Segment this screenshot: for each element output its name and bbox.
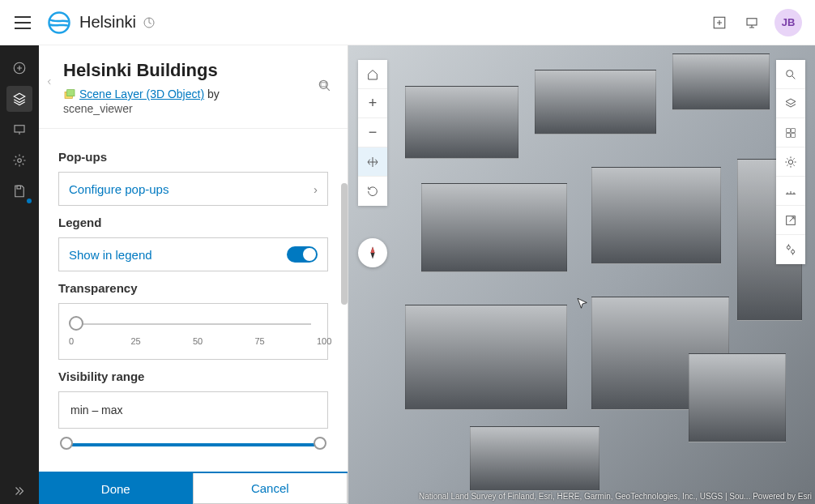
- cursor-icon: [575, 297, 590, 311]
- app-logo: [47, 11, 71, 35]
- configure-popups-label: Configure pop-ups: [69, 182, 169, 196]
- layer-owner: scene_viewer: [63, 102, 328, 115]
- svg-point-20: [792, 250, 795, 254]
- rail-save[interactable]: [6, 178, 32, 204]
- visibility-range-input[interactable]: min – max: [58, 391, 328, 429]
- app-title: Helsinki: [79, 13, 136, 32]
- share-icon[interactable]: [143, 16, 156, 29]
- home-button[interactable]: [358, 60, 387, 89]
- legend-section-label: Legend: [58, 216, 328, 229]
- map-attribution: National Land Survey of Finland, Esri, H…: [419, 492, 812, 501]
- rail-layers[interactable]: [6, 86, 32, 112]
- svg-rect-3: [747, 18, 757, 24]
- basemap-button[interactable]: [776, 118, 805, 147]
- rail-present[interactable]: [6, 117, 32, 143]
- svg-rect-16: [792, 133, 796, 137]
- collapse-panel-button[interactable]: [42, 75, 57, 89]
- right-toolbar: [776, 60, 805, 264]
- visibility-min-thumb[interactable]: [60, 437, 73, 450]
- unsaved-indicator: [27, 199, 32, 203]
- svg-rect-5: [15, 126, 24, 132]
- panel-footer: Done Cancel: [39, 472, 348, 504]
- user-avatar[interactable]: JB: [774, 9, 802, 36]
- visibility-range-text: min – max: [70, 404, 123, 416]
- popups-section-label: Pop-ups: [58, 150, 328, 164]
- transparency-section-label: Transparency: [58, 281, 328, 295]
- tick-0: 0: [69, 336, 70, 346]
- tick-25: 25: [131, 336, 132, 346]
- cancel-button[interactable]: Cancel: [193, 473, 348, 504]
- pan-button[interactable]: [358, 147, 387, 177]
- svg-point-0: [49, 12, 70, 32]
- add-button[interactable]: [703, 6, 736, 39]
- show-in-legend-label: Show in legend: [69, 248, 152, 262]
- visibility-section-label: Visibility range: [58, 369, 328, 383]
- present-button[interactable]: [736, 6, 768, 39]
- svg-point-12: [787, 70, 793, 76]
- zoom-to-layer-button[interactable]: [317, 78, 333, 97]
- tick-75: 75: [255, 336, 256, 346]
- visibility-range-slider[interactable]: [65, 435, 322, 455]
- svg-rect-13: [787, 128, 791, 132]
- layer-panel: Helsinki Buildings Scene Layer (3D Objec…: [39, 45, 348, 504]
- rail-settings[interactable]: [6, 147, 32, 173]
- visibility-max-thumb[interactable]: [314, 437, 326, 450]
- done-button[interactable]: Done: [39, 473, 193, 504]
- layer-type-icon: [63, 88, 76, 100]
- tick-50: 50: [193, 336, 194, 346]
- menu-button[interactable]: [13, 13, 32, 32]
- measure-button[interactable]: [776, 177, 805, 206]
- zoom-in-button[interactable]: +: [358, 89, 387, 118]
- tick-100: 100: [317, 336, 318, 346]
- show-in-legend-row: Show in legend: [58, 237, 328, 271]
- zoom-out-button[interactable]: −: [358, 118, 387, 147]
- svg-rect-14: [792, 128, 796, 132]
- svg-point-6: [18, 159, 22, 163]
- daylight-button[interactable]: [776, 147, 805, 177]
- svg-rect-15: [787, 133, 791, 137]
- svg-rect-7: [17, 186, 21, 189]
- transparency-slider[interactable]: 0 25 50 75 100: [58, 303, 328, 360]
- svg-rect-9: [67, 90, 75, 96]
- show-in-legend-toggle[interactable]: [287, 246, 318, 263]
- search-button[interactable]: [776, 60, 805, 89]
- svg-rect-11: [321, 83, 326, 87]
- svg-point-17: [788, 160, 792, 164]
- by-word: by: [207, 88, 220, 100]
- svg-point-19: [787, 246, 790, 249]
- rail-add[interactable]: [6, 55, 32, 81]
- panel-scrollbar[interactable]: [341, 183, 348, 305]
- rotate-button[interactable]: [358, 177, 387, 206]
- configure-popups-button[interactable]: Configure pop-ups ›: [58, 172, 328, 206]
- rail-expand[interactable]: [6, 478, 32, 504]
- nav-toolbar: + −: [358, 60, 387, 206]
- layer-title: Helsinki Buildings: [63, 60, 328, 81]
- compass-button[interactable]: [358, 238, 387, 267]
- chevron-right-icon: ›: [314, 182, 318, 196]
- settings-button[interactable]: [776, 235, 805, 264]
- scene-view[interactable]: + − National Land Survey of Finland, Esr…: [348, 45, 815, 504]
- transparency-thumb[interactable]: [69, 316, 83, 331]
- share-button[interactable]: [776, 206, 805, 235]
- layer-type-link[interactable]: Scene Layer (3D Object): [79, 88, 204, 100]
- layers-button[interactable]: [776, 89, 805, 118]
- top-bar: Helsinki JB: [0, 0, 815, 45]
- left-rail: [0, 45, 39, 504]
